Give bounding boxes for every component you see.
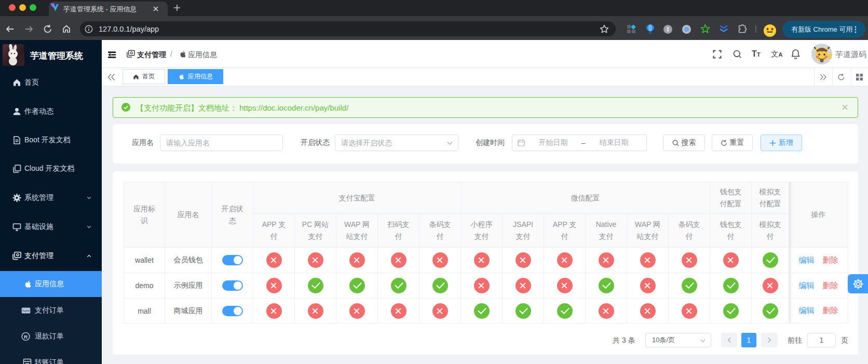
svg-text:PayPal: PayPal — [22, 309, 30, 312]
svg-text:R: R — [24, 334, 28, 340]
